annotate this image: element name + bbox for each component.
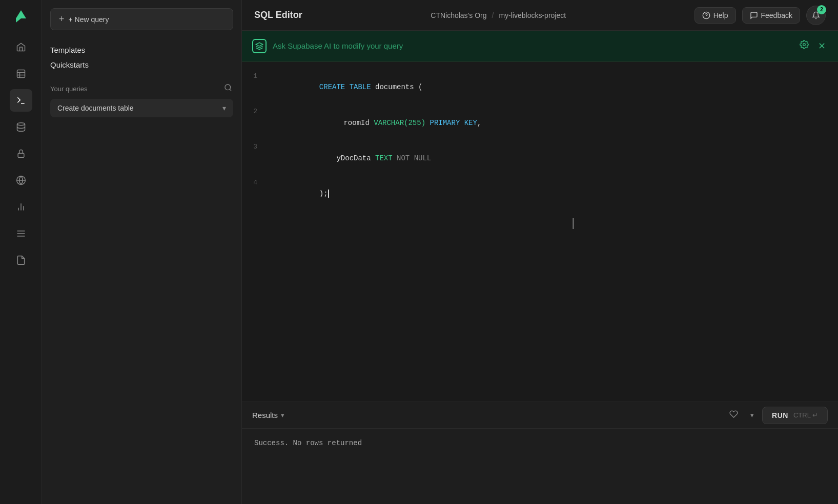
templates-section[interactable]: Templates <box>50 43 233 57</box>
nav-reports-icon[interactable] <box>10 196 32 218</box>
query-item[interactable]: Create documents table ▾ <box>50 99 233 117</box>
nav-database-icon[interactable] <box>10 116 32 138</box>
chevron-down-icon: ▾ <box>222 104 226 112</box>
plus-icon: + <box>59 14 65 25</box>
icon-sidebar <box>0 0 42 504</box>
left-panel: + + New query Templates Quickstarts Your… <box>42 0 242 504</box>
new-query-label: + New query <box>69 15 109 24</box>
breadcrumb-org[interactable]: CTNicholas's Org <box>431 11 486 19</box>
results-panel: Results ▾ ▾ RUN CTRL ↵ Success. No rows … <box>242 402 838 504</box>
help-icon <box>702 11 710 19</box>
page-title: SQL Editor <box>254 10 302 20</box>
results-chevron-icon: ▾ <box>281 411 284 419</box>
code-line-4: 4 ); <box>242 176 838 212</box>
nav-sql-icon[interactable] <box>10 89 32 112</box>
svg-rect-6 <box>18 153 24 157</box>
breadcrumb-separator: / <box>492 11 494 19</box>
code-editor[interactable]: 1 CREATE TABLE documents ( 2 roomId VARC… <box>242 61 838 402</box>
nav-docs-icon[interactable] <box>10 249 32 271</box>
code-line-3: 3 yDocData TEXT NOT NULL <box>242 140 838 176</box>
favorite-button[interactable] <box>725 408 742 423</box>
feedback-icon <box>750 11 758 19</box>
notification-badge: 2 <box>817 5 826 14</box>
code-line-2: 2 roomId VARCHAR(255) PRIMARY KEY, <box>242 105 838 140</box>
quickstarts-section[interactable]: Quickstarts <box>50 57 233 72</box>
breadcrumb: CTNicholas's Org / my-liveblocks-project <box>431 11 566 19</box>
text-cursor-caret <box>328 190 329 198</box>
nav-logs-icon[interactable] <box>10 222 32 245</box>
nav-table-icon[interactable] <box>10 62 32 85</box>
svg-line-14 <box>230 89 231 91</box>
help-button[interactable]: Help <box>694 7 736 24</box>
svg-point-13 <box>225 85 231 90</box>
main-area: SQL Editor CTNicholas's Org / my-liveblo… <box>242 0 838 504</box>
nav-home-icon[interactable] <box>10 36 32 58</box>
app-logo[interactable] <box>11 6 31 27</box>
top-bar: SQL Editor CTNicholas's Org / my-liveblo… <box>242 0 838 31</box>
ai-bar: ✕ <box>242 31 838 61</box>
ai-bar-actions: ✕ <box>798 38 828 54</box>
new-query-button[interactable]: + + New query <box>50 8 233 30</box>
run-button[interactable]: RUN CTRL ↵ <box>762 407 828 424</box>
breadcrumb-project[interactable]: my-liveblocks-project <box>499 11 566 19</box>
svg-point-17 <box>803 44 806 46</box>
search-queries-button[interactable] <box>223 82 233 95</box>
your-queries-section: Your queries <box>50 82 233 95</box>
top-bar-actions: Help Feedback 2 <box>694 6 826 25</box>
code-line-1: 1 CREATE TABLE documents ( <box>242 70 838 105</box>
results-content: Success. No rows returned <box>242 429 838 457</box>
nav-storage-icon[interactable] <box>10 169 32 192</box>
notification-button[interactable]: 2 <box>806 6 826 25</box>
feedback-button[interactable]: Feedback <box>742 7 800 24</box>
results-label[interactable]: Results ▾ <box>252 411 284 419</box>
ai-settings-button[interactable] <box>798 38 811 54</box>
svg-point-5 <box>17 123 25 125</box>
results-toolbar: Results ▾ ▾ RUN CTRL ↵ <box>242 402 838 429</box>
success-message: Success. No rows returned <box>254 439 362 447</box>
editor-area[interactable]: 1 CREATE TABLE documents ( 2 roomId VARC… <box>242 61 838 402</box>
ai-query-input[interactable] <box>273 41 791 50</box>
content-area: ✕ 1 CREATE TABLE documents ( 2 roomId VA… <box>242 31 838 504</box>
nav-auth-icon[interactable] <box>10 142 32 165</box>
svg-rect-0 <box>17 70 25 78</box>
ai-logo-icon <box>252 39 267 53</box>
ai-close-button[interactable]: ✕ <box>816 38 828 54</box>
favorite-chevron-button[interactable]: ▾ <box>748 409 756 421</box>
